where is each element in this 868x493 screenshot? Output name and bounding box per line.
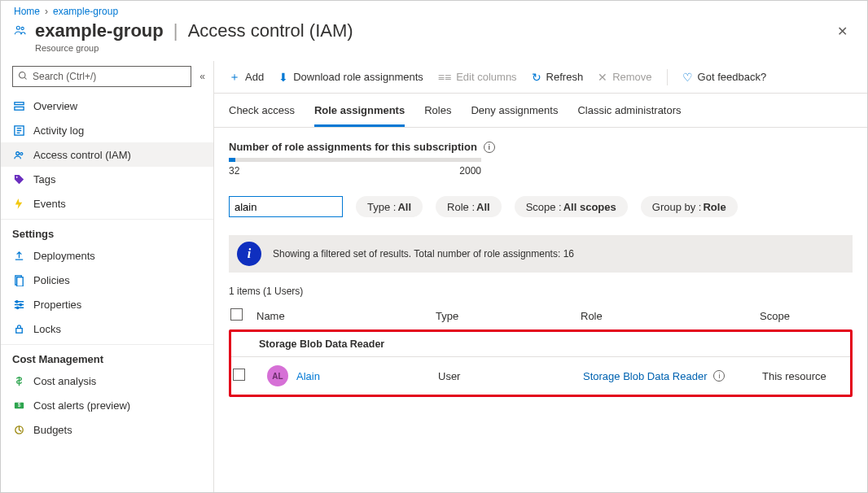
filter-scope[interactable]: Scope : All scopes: [515, 196, 628, 217]
close-button[interactable]: ✕: [831, 20, 854, 42]
log-icon: [12, 124, 25, 137]
assignment-count-current: 32: [229, 165, 239, 177]
download-button[interactable]: ⬇Download role assignments: [278, 71, 423, 84]
sidebar-item-tags[interactable]: Tags: [1, 167, 213, 191]
sidebar-item-cost-analysis[interactable]: Cost analysis: [1, 369, 213, 393]
row-scope: This resource: [762, 370, 850, 382]
sidebar-item-label: Cost alerts (preview): [33, 399, 130, 412]
edit-columns-button[interactable]: ≡≡Edit columns: [438, 71, 517, 84]
title-page: Access control (IAM): [188, 20, 353, 41]
lock-icon: [12, 322, 25, 335]
table-header: Name Type Role Scope: [229, 303, 853, 328]
table-row: AL Alain User Storage Blob Data Reader i…: [231, 357, 850, 395]
remove-button[interactable]: ✕Remove: [598, 71, 651, 84]
svg-point-13: [16, 307, 18, 308]
sidebar: Search (Ctrl+/) « Overview Activity log …: [1, 61, 214, 493]
sidebar-item-label: Tags: [33, 173, 55, 185]
cost-icon: [12, 374, 25, 387]
info-icon: i: [237, 242, 261, 266]
columns-icon: ≡≡: [438, 71, 451, 84]
svg-rect-10: [16, 277, 23, 286]
sidebar-item-activity-log[interactable]: Activity log: [1, 118, 213, 142]
sidebar-item-label: Policies: [33, 274, 70, 286]
filter-type[interactable]: Type : All: [356, 196, 423, 217]
sidebar-item-label: Overview: [33, 100, 77, 112]
page-subtitle: Resource group: [35, 43, 353, 53]
sidebar-item-label: Activity log: [33, 124, 84, 137]
budget-icon: [12, 423, 25, 436]
search-input[interactable]: Search (Ctrl+/): [12, 66, 191, 87]
breadcrumb-home[interactable]: Home: [14, 6, 40, 17]
tab-deny-assignments[interactable]: Deny assignments: [471, 96, 558, 127]
row-user-link[interactable]: Alain: [296, 370, 320, 382]
highlighted-results: Storage Blob Data Reader AL Alain User S…: [229, 329, 853, 397]
sidebar-item-label: Access control (IAM): [33, 149, 131, 161]
tab-bar: Check access Role assignments Roles Deny…: [214, 94, 867, 128]
sidebar-item-label: Deployments: [33, 250, 95, 262]
avatar: AL: [267, 365, 288, 386]
column-role[interactable]: Role: [581, 310, 760, 322]
svg-rect-14: [15, 328, 22, 333]
sidebar-item-deployments[interactable]: Deployments: [1, 243, 213, 268]
feedback-button[interactable]: ♡Got feedback?: [682, 71, 767, 84]
sidebar-item-label: Properties: [33, 299, 81, 311]
refresh-button[interactable]: ↻Refresh: [532, 71, 584, 84]
svg-point-8: [15, 176, 17, 177]
collapse-sidebar-button[interactable]: «: [199, 71, 205, 82]
svg-text:$: $: [17, 402, 20, 408]
select-all-checkbox[interactable]: [230, 308, 243, 321]
alert-icon: $: [12, 399, 25, 412]
row-type: User: [438, 370, 583, 382]
filter-search-input[interactable]: [229, 196, 343, 217]
sidebar-item-policies[interactable]: Policies: [1, 268, 213, 292]
filter-groupby[interactable]: Group by : Role: [641, 196, 738, 217]
info-icon[interactable]: i: [713, 370, 725, 382]
page-title: example-group | Access control (IAM): [35, 20, 353, 41]
sidebar-item-label: Events: [33, 198, 66, 210]
info-icon[interactable]: i: [484, 142, 495, 153]
overview-icon: [12, 99, 25, 112]
column-name[interactable]: Name: [256, 310, 436, 322]
sidebar-item-locks[interactable]: Locks: [1, 316, 213, 341]
row-checkbox[interactable]: [233, 369, 245, 381]
row-role-link[interactable]: Storage Blob Data Reader: [583, 370, 707, 382]
sidebar-item-events[interactable]: Events: [1, 191, 213, 216]
sidebar-item-budgets[interactable]: Budgets: [1, 417, 213, 442]
filter-role[interactable]: Role : All: [436, 196, 502, 217]
breadcrumb-group[interactable]: example-group: [53, 6, 118, 17]
heart-icon: ♡: [682, 71, 693, 84]
svg-point-6: [15, 151, 19, 155]
people-icon: [14, 24, 27, 37]
svg-point-7: [20, 152, 22, 155]
sidebar-item-properties[interactable]: Properties: [1, 292, 213, 316]
column-type[interactable]: Type: [436, 310, 581, 322]
filter-results-banner: i Showing a filtered set of results. Tot…: [229, 235, 853, 273]
tab-classic-admins[interactable]: Classic administrators: [577, 96, 681, 127]
tab-role-assignments[interactable]: Role assignments: [314, 96, 405, 127]
remove-icon: ✕: [598, 71, 607, 84]
svg-point-2: [20, 72, 26, 78]
tab-roles[interactable]: Roles: [424, 96, 451, 127]
sidebar-item-cost-alerts[interactable]: $ Cost alerts (preview): [1, 393, 213, 417]
svg-point-0: [16, 26, 20, 29]
refresh-icon: ↻: [532, 71, 541, 84]
props-icon: [12, 298, 25, 311]
page-header: example-group | Access control (IAM) Res…: [1, 20, 867, 61]
people-icon: [12, 148, 25, 161]
sidebar-section-cost: Cost Management: [1, 344, 213, 369]
sidebar-item-label: Budgets: [33, 424, 72, 436]
column-scope[interactable]: Scope: [760, 310, 853, 322]
svg-point-12: [20, 303, 21, 305]
filter-bar: Type : All Role : All Scope : All scopes…: [229, 196, 853, 217]
sidebar-item-access-control[interactable]: Access control (IAM): [1, 142, 213, 167]
title-resource: example-group: [35, 20, 164, 41]
banner-text: Showing a filtered set of results. Total…: [273, 248, 574, 260]
sidebar-item-overview[interactable]: Overview: [1, 94, 213, 118]
add-button[interactable]: ＋Add: [229, 70, 264, 85]
assignment-count-bar: [229, 158, 481, 162]
svg-rect-3: [14, 102, 23, 104]
results-summary: 1 items (1 Users): [229, 286, 853, 297]
sidebar-section-settings: Settings: [1, 219, 213, 243]
tab-check-access[interactable]: Check access: [229, 96, 295, 127]
main-content: ＋Add ⬇Download role assignments ≡≡Edit c…: [214, 61, 867, 493]
